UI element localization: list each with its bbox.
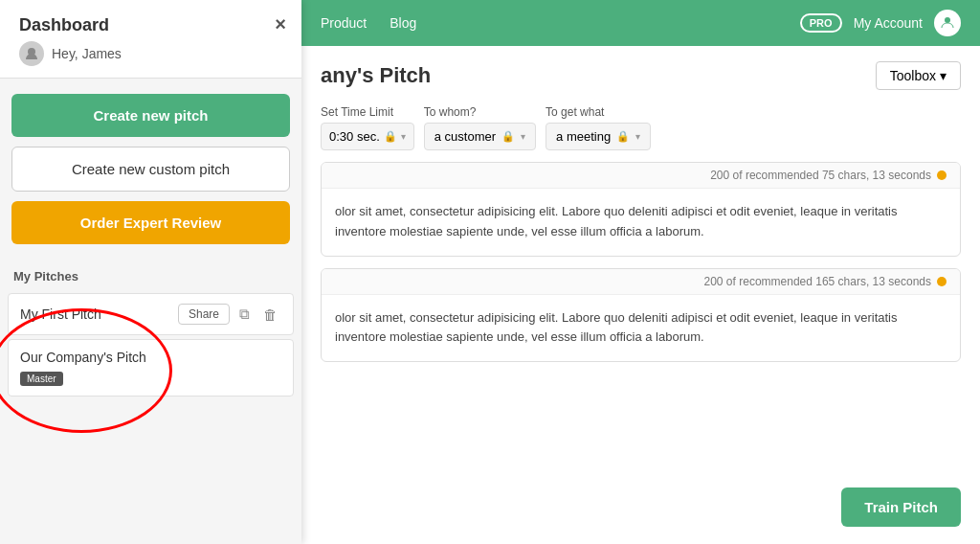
time-limit-label: Set Time Limit	[321, 105, 414, 119]
to-whom-control: To whom? a customer 🔒 ▾	[424, 105, 536, 150]
pitch-title-row: any's Pitch Toolbox ▾	[321, 61, 961, 90]
list-item[interactable]: My First Pitch Share ⧉ 🗑	[8, 293, 294, 335]
sidebar: Dashboard × Hey, James Create new pitch …	[0, 0, 301, 544]
pitch-item-actions: Share ⧉ 🗑	[178, 304, 281, 325]
train-pitch-button[interactable]: Train Pitch	[841, 487, 961, 527]
nav-product[interactable]: Product	[321, 15, 367, 31]
top-nav-right: PRO My Account	[800, 10, 961, 36]
sidebar-user: Hey, James	[19, 41, 282, 66]
nav-blog[interactable]: Blog	[390, 15, 416, 31]
create-custom-pitch-button[interactable]: Create new custom pitch	[11, 147, 290, 192]
pitch-text-1[interactable]: olor sit amet, consectetur adipisicing e…	[322, 189, 960, 256]
pitch-section-2: 200 of recommended 165 chars, 13 seconds…	[321, 268, 961, 363]
pitch-controls: Set Time Limit 0:30 sec. 🔒 ▾ To whom? a …	[321, 105, 961, 150]
master-badge: Master	[20, 372, 63, 386]
lock-icon: 🔒	[501, 130, 515, 143]
create-pitch-button[interactable]: Create new pitch	[11, 94, 290, 137]
time-limit-control: Set Time Limit 0:30 sec. 🔒 ▾	[321, 105, 414, 150]
to-get-label: To get what	[546, 105, 651, 119]
account-icon[interactable]	[934, 10, 961, 36]
pitch-text-2[interactable]: olor sit amet, consectetur adipisicing e…	[322, 295, 960, 362]
pitch-content-area: any's Pitch Toolbox ▾ Set Time Limit 0:3…	[301, 46, 980, 389]
pitch-name: My First Pitch	[20, 306, 101, 322]
share-button[interactable]: Share	[178, 304, 230, 325]
pro-badge: PRO	[800, 13, 842, 33]
section-meta-1: 200 of recommended 75 chars, 13 seconds	[322, 163, 960, 189]
to-get-control: To get what a meeting 🔒 ▾	[546, 105, 651, 150]
my-account-link[interactable]: My Account	[854, 15, 923, 31]
pitch-name: Our Company's Pitch	[20, 350, 281, 365]
lock-icon: 🔒	[384, 130, 397, 143]
copy-icon[interactable]: ⧉	[235, 304, 254, 325]
status-indicator	[937, 170, 947, 180]
time-select[interactable]: 0:30 sec. 🔒 ▾	[321, 123, 414, 150]
list-item[interactable]: Our Company's Pitch Master	[8, 339, 294, 397]
to-get-select[interactable]: a meeting 🔒 ▾	[546, 123, 651, 150]
chevron-down-icon: ▾	[940, 68, 947, 83]
section-meta-2: 200 of recommended 165 chars, 13 seconds	[322, 269, 960, 295]
avatar	[19, 41, 44, 66]
toolbox-button[interactable]: Toolbox ▾	[876, 61, 961, 90]
to-whom-select[interactable]: a customer 🔒 ▾	[424, 123, 536, 150]
my-pitches-label: My Pitches	[0, 260, 301, 289]
pitch-section-1: 200 of recommended 75 chars, 13 seconds …	[321, 162, 961, 257]
main-content: Product Blog PRO My Account any's Pitch …	[301, 0, 980, 544]
sidebar-header: Dashboard × Hey, James	[0, 0, 301, 79]
pitch-title: any's Pitch	[321, 63, 431, 88]
chevron-down-icon: ▾	[521, 131, 525, 142]
lock-icon: 🔒	[616, 130, 630, 143]
chevron-down-icon: ▾	[401, 131, 406, 142]
user-greeting: Hey, James	[52, 46, 122, 61]
status-indicator	[937, 277, 947, 286]
order-expert-review-button[interactable]: Order Expert Review	[11, 201, 290, 244]
chevron-down-icon: ▾	[635, 131, 640, 142]
close-icon[interactable]: ×	[275, 13, 286, 35]
sidebar-title: Dashboard	[19, 15, 109, 35]
svg-point-1	[945, 17, 950, 23]
delete-icon[interactable]: 🗑	[259, 305, 281, 325]
to-whom-label: To whom?	[424, 105, 536, 119]
sidebar-action-buttons: Create new pitch Create new custom pitch…	[0, 79, 301, 260]
top-navigation: Product Blog PRO My Account	[301, 0, 980, 46]
